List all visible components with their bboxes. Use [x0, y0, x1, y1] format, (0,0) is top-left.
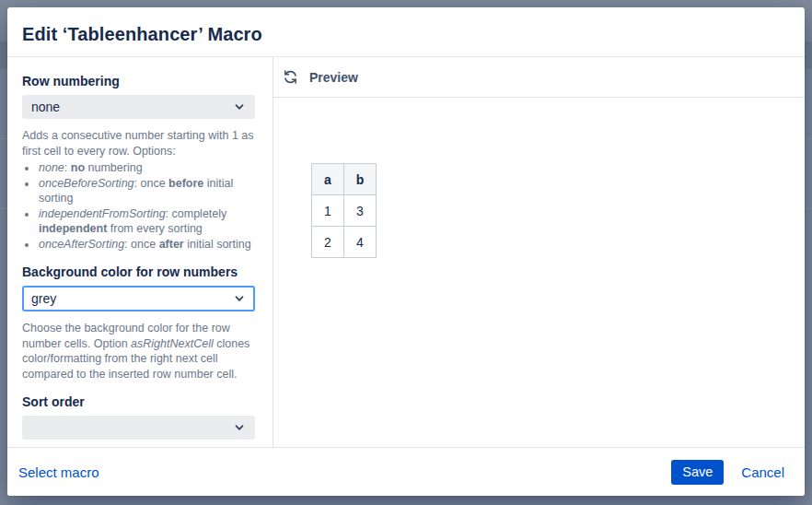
preview-table: ab1324 — [311, 163, 377, 258]
dialog-header: Edit ‘Tableenhancer’ Macro — [7, 7, 805, 57]
field-sort-order: Sort order — [22, 394, 255, 440]
select-macro-link[interactable]: Select macro — [18, 464, 99, 480]
description-bullet: onceAfterSorting: once after initial sor… — [38, 237, 255, 252]
preview-panel: Preview ab1324 — [273, 57, 805, 447]
preview-table-cell: 1 — [312, 195, 344, 227]
preview-table-header-cell: a — [312, 164, 344, 195]
background-color-select[interactable]: grey — [22, 286, 255, 311]
page-backdrop: { "dialog": { "title": "Edit ‘Tableenhan… — [0, 0, 812, 505]
preview-body: ab1324 — [273, 98, 805, 447]
chevron-down-icon — [233, 100, 246, 113]
sort-order-label: Sort order — [22, 394, 255, 410]
dialog-footer: Select macro Save Cancel — [7, 447, 805, 496]
refresh-preview-button[interactable] — [283, 69, 298, 85]
row-numbering-value: none — [31, 100, 233, 114]
cancel-link[interactable]: Cancel — [741, 464, 784, 480]
macro-parameters-panel[interactable]: Row numbering none Adds a consecutive nu… — [7, 57, 273, 447]
row-numbering-select[interactable]: none — [22, 95, 255, 119]
chevron-down-icon — [233, 421, 246, 434]
preview-table-cell: 3 — [344, 195, 377, 227]
description-bullet: none: no numbering — [38, 160, 255, 176]
background-color-description: Choose the background color for the row … — [22, 321, 255, 382]
preview-table-cell: 2 — [312, 227, 344, 258]
preview-header: Preview — [273, 57, 805, 98]
preview-table-header-row: ab — [312, 164, 377, 195]
row-numbering-description: Adds a consecutive number starting with … — [22, 128, 255, 252]
background-color-label: Background color for row numbers — [22, 264, 255, 280]
description-intro: Adds a consecutive number starting with … — [22, 128, 255, 159]
preview-table-row: 13 — [312, 195, 377, 227]
description-bullet: independentFromSorting: completely indep… — [38, 206, 255, 237]
macro-editor-dialog: Edit ‘Tableenhancer’ Macro Row numbering… — [7, 7, 805, 496]
dialog-title: Edit ‘Tableenhancer’ Macro — [22, 24, 790, 45]
save-button[interactable]: Save — [671, 460, 724, 485]
preview-table-header-cell: b — [344, 164, 377, 195]
row-numbering-label: Row numbering — [22, 74, 255, 89]
dialog-body: Row numbering none Adds a consecutive nu… — [7, 57, 805, 447]
sort-order-select[interactable] — [22, 416, 255, 440]
background-color-value: grey — [31, 291, 233, 306]
refresh-icon — [283, 69, 298, 85]
chevron-down-icon — [233, 292, 246, 305]
preview-table-cell: 4 — [344, 227, 377, 258]
preview-title: Preview — [309, 70, 358, 85]
description-bullet-list: none: no numberingonceBeforeSorting: onc… — [22, 160, 255, 252]
description-bullet: onceBeforeSorting: once before initial s… — [38, 176, 255, 206]
field-row-numbering: Row numbering none Adds a consecutive nu… — [22, 74, 255, 252]
preview-table-row: 24 — [312, 227, 377, 258]
field-background-color: Background color for row numbers grey Ch… — [22, 264, 255, 382]
